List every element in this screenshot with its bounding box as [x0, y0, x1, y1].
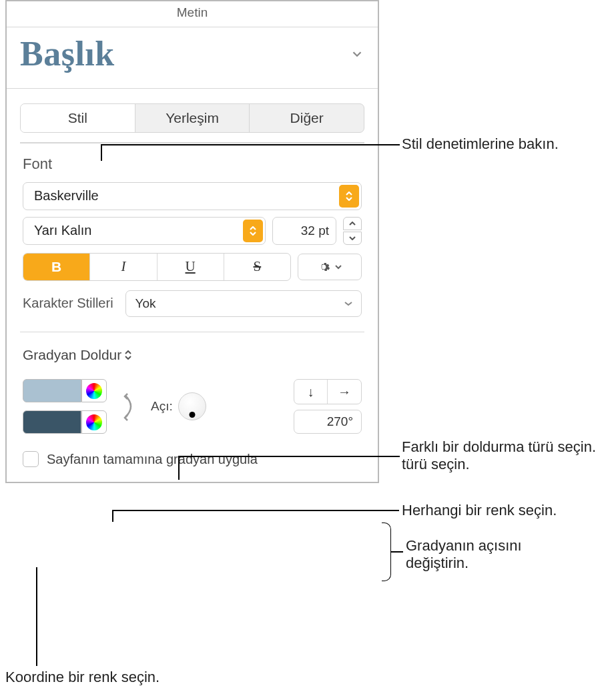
tab-layout[interactable]: Yerleşim [135, 104, 250, 132]
style-preview-text: Başlık [20, 34, 115, 73]
panel-title: Metin [7, 1, 378, 27]
font-size-stepper [343, 217, 362, 245]
fill-type-popup[interactable]: Gradyan Doldur [23, 347, 362, 363]
chevron-down-icon [350, 47, 364, 61]
angle-direction-segmented: ↓ → [294, 379, 362, 404]
character-styles-popup[interactable]: Yok [125, 290, 362, 317]
callout-brace [382, 523, 391, 581]
font-size-field[interactable]: 32 pt [272, 217, 336, 245]
stepper-down[interactable] [343, 232, 362, 245]
popup-arrows-icon [243, 220, 263, 242]
color-wheel-icon [86, 414, 102, 430]
tab-style[interactable]: Stil [21, 104, 135, 132]
font-weight-value: Yarı Kalın [34, 223, 91, 238]
angle-value-field[interactable]: 270° [294, 410, 362, 434]
tab-bar: Stil Yerleşim Diğer [20, 103, 364, 133]
font-family-value: Baskerville [34, 188, 99, 204]
font-weight-popup[interactable]: Yarı Kalın [23, 217, 266, 245]
callout-line [101, 144, 102, 161]
callout-line [112, 510, 399, 511]
strikethrough-button[interactable]: S [224, 254, 290, 280]
text-style-segmented: B I U S [23, 253, 291, 281]
angle-right-button[interactable]: → [328, 380, 361, 404]
character-styles-value: Yok [135, 296, 156, 311]
advanced-options-button[interactable] [298, 254, 362, 280]
chevron-down-icon [344, 301, 353, 306]
chevron-down-icon [334, 264, 342, 270]
gradient-color-1-swatch[interactable] [23, 379, 81, 402]
angle-dial[interactable] [178, 392, 206, 420]
callout-line [178, 456, 400, 457]
callout-line [101, 144, 400, 145]
gear-icon [317, 260, 330, 274]
angle-label: Açı: [151, 399, 173, 414]
italic-button[interactable]: I [90, 254, 157, 280]
callout-line [391, 551, 403, 553]
swap-icon [121, 392, 136, 421]
angle-value: 270° [327, 414, 353, 429]
font-family-popup[interactable]: Baskerville [23, 182, 362, 210]
apply-full-page-label: Sayfanın tamamına gradyan uygula [47, 452, 258, 467]
color-wheel-1-button[interactable] [81, 379, 107, 402]
inspector-panel: Metin Başlık Stil Yerleşim Diğer Font Ba… [5, 0, 379, 483]
callout-line [112, 510, 113, 522]
callout-text: Farklı bir doldurma türü seçin. türü seç… [402, 438, 596, 473]
font-size-value: 32 pt [301, 224, 329, 238]
callout-text: Koordine bir renk seçin. [5, 669, 160, 686]
callout-text-line2: türü seçin. [402, 456, 596, 473]
tab-more[interactable]: Diğer [250, 104, 364, 132]
underline-button[interactable]: U [158, 254, 224, 280]
stepper-up[interactable] [343, 217, 362, 230]
popup-arrows-icon [124, 350, 132, 360]
callout-text: Stil denetimlerine bakın. [402, 135, 559, 153]
angle-down-button[interactable]: ↓ [294, 380, 328, 404]
callout-text: Gradyanın açısını değiştirin. [406, 537, 522, 572]
callout-text: Herhangi bir renk seçin. [402, 502, 557, 519]
gradient-swatches [23, 379, 107, 434]
paragraph-style-button[interactable]: Başlık [7, 27, 378, 89]
apply-full-page-checkbox[interactable] [23, 451, 39, 467]
font-section-label: Font [7, 143, 378, 180]
character-styles-label: Karakter Stilleri [23, 296, 113, 311]
color-wheel-2-button[interactable] [81, 410, 107, 434]
fill-type-value: Gradyan Doldur [23, 347, 121, 363]
bold-button[interactable]: B [23, 254, 90, 280]
callout-line [178, 456, 180, 480]
color-wheel-icon [86, 383, 102, 399]
popup-arrows-icon [339, 185, 359, 208]
gradient-color-2-swatch[interactable] [23, 410, 81, 434]
callout-line [36, 567, 37, 666]
swap-colors-button[interactable] [119, 386, 139, 426]
